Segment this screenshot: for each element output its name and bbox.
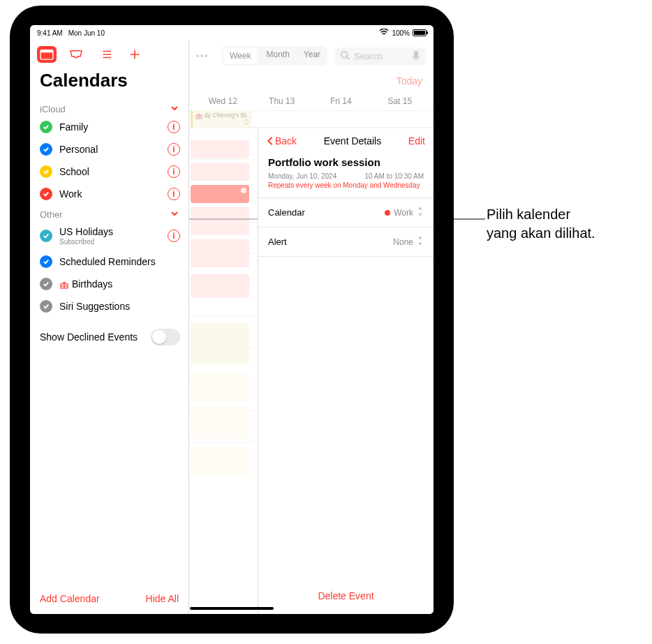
event-block[interactable] bbox=[191, 373, 249, 401]
calendar-icon[interactable] bbox=[37, 46, 57, 63]
calendar-checkbox[interactable] bbox=[40, 278, 52, 290]
weekday-cell[interactable]: Wed 12 bbox=[193, 96, 253, 106]
calendar-picker-label: Calendar bbox=[268, 207, 305, 218]
alert-picker-label: Alert bbox=[268, 237, 287, 247]
info-icon[interactable]: i bbox=[168, 121, 180, 133]
info-icon[interactable]: i bbox=[168, 230, 180, 242]
chevron-down-icon bbox=[170, 104, 179, 114]
event-date: Monday, Jun 10, 2024 bbox=[268, 172, 336, 180]
search-icon bbox=[340, 50, 350, 62]
alert-picker-row[interactable]: Alert None bbox=[258, 227, 434, 257]
event-details-pane: Back Event Details Edit Portfolio work s… bbox=[258, 128, 434, 614]
view-segmented-control[interactable]: WeekMonthYear bbox=[221, 46, 327, 66]
svg-rect-1 bbox=[40, 50, 53, 53]
weekday-cell[interactable]: Fri 14 bbox=[311, 96, 371, 106]
svg-point-3 bbox=[341, 51, 348, 57]
calendar-row[interactable]: Scheduled Reminders bbox=[30, 250, 188, 273]
calendar-label: Siri Suggestions bbox=[59, 301, 180, 312]
section-header-label: Other bbox=[40, 209, 63, 220]
callout-text: Pilih kalender yang akan dilihat. bbox=[487, 205, 595, 243]
event-block[interactable] bbox=[191, 323, 249, 365]
today-button[interactable]: Today bbox=[397, 75, 422, 87]
calendar-checkbox[interactable] bbox=[40, 300, 52, 313]
calendar-row[interactable]: Worki bbox=[30, 183, 188, 205]
wifi-icon bbox=[379, 29, 389, 37]
inbox-icon[interactable] bbox=[66, 46, 86, 63]
info-icon[interactable]: i bbox=[168, 143, 180, 156]
mic-icon[interactable] bbox=[411, 51, 421, 61]
calendar-checkbox[interactable] bbox=[40, 143, 52, 156]
event-block[interactable] bbox=[191, 407, 249, 439]
calendar-row[interactable]: Personali bbox=[30, 138, 188, 160]
view-option-year[interactable]: Year bbox=[297, 46, 327, 66]
event-time: 10 AM to 10:30 AM bbox=[365, 172, 424, 180]
calendar-sections: iCloud FamilyiPersonaliSchooliWorkiOther… bbox=[30, 100, 188, 317]
view-option-month[interactable]: Month bbox=[259, 46, 296, 66]
calendar-checkbox[interactable] bbox=[40, 188, 52, 200]
svg-rect-4 bbox=[415, 52, 417, 57]
calendar-checkbox[interactable] bbox=[40, 165, 52, 178]
panel-title: Calendars bbox=[30, 67, 188, 100]
calendar-row[interactable]: Siri Suggestions bbox=[30, 295, 188, 317]
info-icon[interactable]: i bbox=[168, 165, 180, 178]
back-label: Back bbox=[275, 135, 297, 147]
section-header[interactable]: Other bbox=[30, 205, 188, 221]
weekday-cell[interactable]: Thu 13 bbox=[253, 96, 312, 106]
calendar-picker-row[interactable]: Calendar Work bbox=[258, 198, 434, 227]
calendar-checkbox[interactable] bbox=[40, 230, 52, 242]
calendar-checkbox[interactable] bbox=[40, 255, 52, 268]
calendar-sublabel: Subscribed bbox=[59, 238, 161, 246]
event-repeat-rule: Repeats every week on Monday and Wednesd… bbox=[258, 180, 434, 198]
weekday-cell[interactable]: Sat 15 bbox=[371, 96, 430, 106]
view-option-week[interactable]: Week bbox=[223, 47, 258, 64]
calendar-row[interactable]: US HolidaysSubscribedi bbox=[30, 221, 188, 250]
calendar-label: Birthdays bbox=[59, 278, 180, 290]
search-placeholder: Search bbox=[354, 51, 383, 61]
gift-icon bbox=[59, 280, 69, 290]
home-indicator[interactable] bbox=[190, 607, 274, 610]
battery-percent: 100% bbox=[392, 29, 410, 37]
calendar-label: Family bbox=[59, 121, 161, 133]
calendar-label: Work bbox=[59, 188, 161, 200]
weekday-header: Wed 12Thu 13Fri 14Sat 15 bbox=[189, 91, 434, 111]
calendar-picker-value: Work bbox=[394, 208, 413, 218]
calendar-label: Scheduled Reminders bbox=[59, 256, 180, 267]
calendar-label: US HolidaysSubscribed bbox=[59, 226, 161, 246]
status-time: 9:41 AM bbox=[37, 29, 63, 37]
alert-picker-value: None bbox=[393, 237, 413, 247]
edit-button[interactable]: Edit bbox=[408, 135, 425, 147]
more-icon[interactable]: ••• bbox=[196, 51, 214, 61]
info-icon[interactable]: i bbox=[168, 188, 180, 200]
calendar-checkbox[interactable] bbox=[40, 121, 52, 133]
status-bar: 9:41 AM Mon Jun 10 100% bbox=[30, 25, 434, 40]
event-block[interactable] bbox=[191, 446, 249, 477]
delete-event-button[interactable]: Delete Event bbox=[258, 578, 434, 614]
chevron-down-icon bbox=[170, 209, 179, 220]
back-button[interactable]: Back bbox=[267, 135, 297, 147]
calendars-panel: Calendars iCloud FamilyiPersonaliSchooli… bbox=[30, 40, 189, 614]
section-header[interactable]: iCloud bbox=[30, 100, 188, 116]
chevron-updown-icon bbox=[417, 236, 424, 248]
calendar-color-dot bbox=[385, 210, 390, 216]
add-icon[interactable] bbox=[125, 46, 145, 63]
detail-heading: Event Details bbox=[324, 135, 381, 147]
hide-all-button[interactable]: Hide All bbox=[146, 593, 179, 604]
chevron-updown-icon bbox=[417, 207, 424, 218]
calendar-row[interactable]: Birthdays bbox=[30, 273, 188, 295]
calendar-row[interactable]: Schooli bbox=[30, 160, 188, 183]
status-date: Mon Jun 10 bbox=[68, 29, 105, 37]
event-title: Portfolio work session bbox=[258, 151, 434, 170]
calendar-label: Personal bbox=[59, 144, 161, 155]
section-header-label: iCloud bbox=[40, 104, 66, 114]
add-calendar-button[interactable]: Add Calendar bbox=[40, 593, 100, 604]
battery-icon bbox=[413, 29, 427, 36]
show-declined-label: Show Declined Events bbox=[40, 331, 138, 343]
calendar-row[interactable]: Familyi bbox=[30, 116, 188, 138]
list-icon[interactable] bbox=[96, 46, 115, 63]
calendar-label: School bbox=[59, 166, 161, 177]
show-declined-toggle[interactable] bbox=[151, 329, 180, 345]
search-field[interactable]: Search bbox=[334, 47, 427, 65]
